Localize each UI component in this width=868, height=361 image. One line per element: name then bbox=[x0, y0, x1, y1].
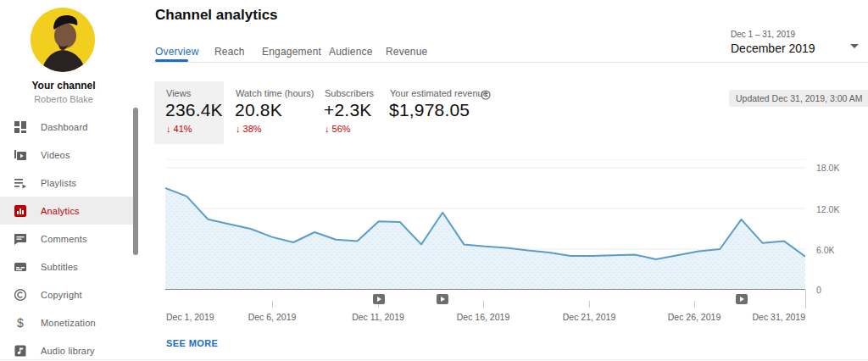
sidebar-item-copyright[interactable]: Copyright bbox=[0, 280, 133, 308]
views-area-chart[interactable] bbox=[165, 159, 805, 290]
sidebar-nav: Dashboard Videos Playlists Analytics bbox=[0, 113, 133, 361]
channel-name: Your channel bbox=[0, 80, 127, 92]
bottom-divider bbox=[0, 359, 868, 360]
y-axis-tick: 0 bbox=[816, 285, 821, 295]
tab-reach[interactable]: Reach bbox=[214, 46, 245, 58]
area-fill bbox=[165, 188, 805, 290]
play-icon bbox=[441, 297, 445, 302]
x-axis-tick: Dec 16, 2019 bbox=[457, 312, 509, 322]
sidebar-item-videos[interactable]: Videos bbox=[0, 141, 133, 169]
analytics-icon bbox=[14, 204, 27, 218]
subscribers-delta: ↓ 56% bbox=[325, 124, 351, 134]
x-axis-tick: Dec 11, 2019 bbox=[352, 312, 404, 322]
see-more-link[interactable]: SEE MORE bbox=[166, 338, 218, 348]
x-axis-tickmark bbox=[483, 301, 484, 308]
tab-revenue[interactable]: Revenue bbox=[386, 46, 427, 58]
sidebar-item-analytics[interactable]: Analytics bbox=[0, 197, 133, 225]
x-axis-tick: Dec 21, 2019 bbox=[563, 312, 615, 322]
date-range-detail: Dec 1 – 31, 2019 bbox=[731, 30, 795, 39]
x-axis-tick: Dec 1, 2019 bbox=[166, 312, 214, 322]
copyright-icon bbox=[14, 288, 27, 302]
avatar[interactable] bbox=[31, 8, 95, 72]
clock-icon bbox=[481, 88, 491, 103]
active-tab-indicator bbox=[155, 59, 188, 62]
stat-card-watch-time[interactable]: Watch time (hours) 20.8K ↓ 38% bbox=[224, 81, 313, 144]
tab-engagement[interactable]: Engagement bbox=[262, 46, 321, 58]
stat-card-subscribers[interactable]: Subscribers +2.3K ↓ 56% bbox=[313, 81, 378, 144]
sidebar-item-playlists[interactable]: Playlists bbox=[0, 169, 133, 197]
views-delta: ↓ 41% bbox=[166, 124, 192, 134]
channel-owner-name: Roberto Blake bbox=[0, 94, 127, 104]
chart-canvas bbox=[165, 159, 805, 290]
video-marker[interactable] bbox=[736, 294, 748, 304]
sidebar-item-monetization[interactable]: $ Monetization bbox=[0, 308, 133, 336]
sidebar: Your channel Roberto Blake Dashboard Vid… bbox=[0, 0, 153, 361]
videos-icon bbox=[14, 148, 27, 162]
y-axis-tick: 18.0K bbox=[816, 163, 839, 173]
sidebar-item-subtitles[interactable]: Subtitles bbox=[0, 253, 133, 280]
y-axis-tick: 6.0K bbox=[816, 245, 835, 255]
y-axis-tick: 12.0K bbox=[816, 204, 839, 214]
playlists-icon bbox=[14, 176, 27, 190]
chevron-down-icon bbox=[850, 44, 859, 48]
video-marker[interactable] bbox=[437, 294, 448, 304]
video-marker[interactable] bbox=[373, 294, 385, 304]
monetization-icon: $ bbox=[14, 316, 27, 330]
sidebar-scrollbar[interactable] bbox=[133, 108, 138, 255]
x-axis-tick: Dec 6, 2019 bbox=[248, 312, 297, 322]
subtitles-icon bbox=[14, 260, 27, 274]
stat-card-revenue[interactable]: Your estimated revenue $1,978.05 bbox=[378, 81, 492, 144]
sidebar-item-comments[interactable]: Comments bbox=[0, 225, 133, 253]
audio-library-icon bbox=[14, 344, 27, 358]
sidebar-item-dashboard[interactable]: Dashboard bbox=[0, 113, 133, 141]
svg-text:$: $ bbox=[17, 316, 24, 330]
stat-card-views[interactable]: Views 236.4K ↓ 41% bbox=[154, 81, 224, 144]
updated-timestamp-badge: Updated Dec 31, 2019, 3:00 AM bbox=[729, 90, 868, 107]
play-icon bbox=[740, 297, 744, 302]
avatar-illustration bbox=[31, 8, 95, 72]
tabs-divider bbox=[153, 62, 868, 63]
sidebar-item-audio-library[interactable]: Audio library bbox=[0, 336, 133, 361]
date-range-picker[interactable]: Dec 1 – 31, 2019 December 2019 bbox=[721, 25, 868, 59]
dashboard-icon bbox=[14, 120, 27, 134]
x-axis-end-tickmark bbox=[805, 290, 806, 308]
tab-overview[interactable]: Overview bbox=[155, 46, 199, 58]
x-axis-tickmark bbox=[272, 301, 273, 308]
x-axis-tickmark bbox=[589, 301, 590, 308]
tab-audience[interactable]: Audience bbox=[329, 46, 373, 58]
play-icon bbox=[377, 297, 381, 302]
x-axis-tickmark bbox=[694, 301, 695, 308]
date-range-label: December 2019 bbox=[731, 42, 815, 55]
watch-time-delta: ↓ 38% bbox=[236, 124, 262, 134]
comments-icon bbox=[14, 232, 27, 246]
youtube-studio-analytics-screen: Your channel Roberto Blake Dashboard Vid… bbox=[0, 0, 868, 361]
x-axis-tick: Dec 26, 2019 bbox=[668, 312, 721, 322]
page-title: Channel analytics bbox=[155, 7, 278, 24]
x-axis-tick: Dec 31, 2019 bbox=[753, 312, 805, 322]
